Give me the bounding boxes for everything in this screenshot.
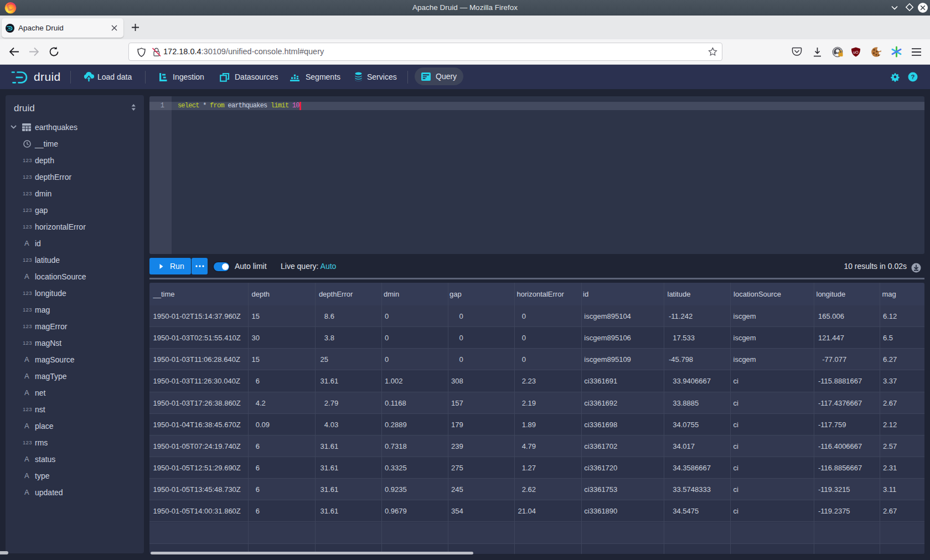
svg-text:uO: uO [853,50,859,54]
svg-text:?: ? [911,74,914,80]
